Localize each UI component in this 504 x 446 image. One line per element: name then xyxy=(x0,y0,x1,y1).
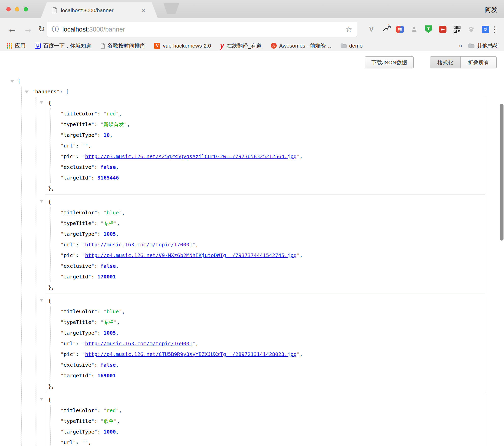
bookmark-item[interactable]: demo xyxy=(341,43,363,49)
translate-pen-icon[interactable]: 英 xyxy=(382,25,389,33)
bookmark-label: demo xyxy=(349,43,363,49)
collapse-triangle-icon[interactable] xyxy=(39,200,44,203)
json-array-item: {"titleColor": "red","typeTitle": "歌单","… xyxy=(45,394,485,446)
bookmark-label: Awesomes - 前端资… xyxy=(279,42,331,49)
json-array-item: {"titleColor": "blue","typeTitle": "专栏",… xyxy=(45,196,485,293)
address-bar[interactable]: ⓘ localhost :3000/banner ☆ xyxy=(47,22,357,37)
json-key: targetType xyxy=(64,330,94,336)
bookmark-item[interactable]: AAwesomes - 前端资… xyxy=(271,42,331,49)
json-property-line: "targetType": 1005, xyxy=(51,229,485,239)
json-value: red xyxy=(107,407,116,413)
browser-tab[interactable]: localhost:3000/banner × xyxy=(41,2,158,18)
json-property-line: "targetId": 170001 xyxy=(51,271,485,282)
collapse-triangle-icon[interactable] xyxy=(39,101,44,104)
json-key: titleColor xyxy=(64,111,94,117)
bookmark-item[interactable]: 应用 xyxy=(7,42,25,49)
bookmark-item[interactable]: Vvue-hackernews-2.0 xyxy=(154,43,211,49)
profile-name[interactable]: 阿发 xyxy=(485,6,497,14)
bookmark-label: 谷歌按时间排序 xyxy=(108,42,145,49)
json-value: false xyxy=(101,263,116,269)
json-property-line: "targetId": 169001 xyxy=(51,370,485,381)
vue-icon: V xyxy=(154,43,160,49)
json-property-line: "typeTitle": "歌单", xyxy=(51,416,485,426)
collapse-all-button[interactable]: 折叠所有 xyxy=(461,57,496,68)
new-tab-button[interactable] xyxy=(163,3,179,14)
json-value: red xyxy=(107,111,116,117)
video-download-icon[interactable]: ▶▶ xyxy=(439,25,446,33)
json-key: targetType xyxy=(64,132,94,138)
bookmark-item[interactable]: 百度一下，你就知道 xyxy=(35,42,91,49)
site-info-icon[interactable]: ⓘ xyxy=(52,25,59,34)
paw-icon[interactable] xyxy=(467,25,475,33)
window-close-button[interactable] xyxy=(6,7,11,11)
json-property-line: "url": "http://music.163.com/m/topic/170… xyxy=(51,239,485,250)
json-property-line: "url": "http://music.163.com/m/topic/169… xyxy=(51,338,485,349)
fe-helper-icon[interactable]: FE xyxy=(396,25,404,33)
bookmark-item[interactable]: 谷歌按时间排序 xyxy=(101,42,145,49)
person-icon[interactable] xyxy=(410,25,418,33)
collapse-triangle-icon[interactable] xyxy=(39,299,44,302)
json-property-line: "titleColor": "red", xyxy=(51,108,485,119)
json-key: targetId xyxy=(64,373,88,379)
format-button[interactable]: 格式化 xyxy=(430,57,461,68)
vertical-scrollbar-thumb[interactable] xyxy=(500,104,503,241)
json-value: 3165446 xyxy=(97,175,119,181)
forward-icon[interactable]: → xyxy=(23,22,33,36)
json-value: false xyxy=(101,164,116,170)
youdao-icon: y xyxy=(220,43,224,49)
json-value: 专栏 xyxy=(104,220,114,226)
window-zoom-button[interactable] xyxy=(24,7,28,11)
page-icon xyxy=(101,43,105,49)
other-bookmarks-label: 其他书签 xyxy=(477,42,498,49)
json-value: false xyxy=(101,362,116,368)
reload-icon[interactable]: ↻ xyxy=(38,22,45,36)
qr-code-icon[interactable] xyxy=(453,25,461,33)
json-key: pic xyxy=(64,351,73,357)
browser-toolbar: ← → ↻ ⓘ localhost :3000/banner ☆ V英FET▶▶… xyxy=(0,18,504,40)
json-key: typeTitle xyxy=(64,319,91,325)
json-link[interactable]: http://music.163.com/m/topic/170001 xyxy=(85,242,192,248)
bookmarks-list: 应用 百度一下，你就知道 谷歌按时间排序Vvue-hackernews-2.0y… xyxy=(7,42,362,49)
json-link[interactable]: http://p4.music.126.net/CTU5B9R9y3XyYBZX… xyxy=(85,351,297,357)
collapse-triangle-icon[interactable] xyxy=(10,80,14,83)
json-link[interactable]: http://p4.music.126.net/V9-MXz6b2MNhEKju… xyxy=(85,252,297,258)
blue-chevrons-icon[interactable] xyxy=(482,25,489,33)
tab-close-icon[interactable]: × xyxy=(141,7,145,14)
bookmarks-right: » 其他书签 xyxy=(459,42,498,49)
json-property-line: "pic": "http://p4.music.126.net/V9-MXz6b… xyxy=(51,250,485,261)
json-property-line: "titleColor": "blue", xyxy=(51,306,485,317)
folder-icon xyxy=(341,43,347,48)
folder-icon xyxy=(468,43,474,48)
json-array-item: {"titleColor": "blue","typeTitle": "专栏",… xyxy=(45,295,485,392)
vimium-v-icon[interactable]: V xyxy=(368,25,375,33)
green-shield-icon[interactable]: T xyxy=(425,25,432,33)
bookmarks-overflow-icon[interactable]: » xyxy=(459,42,462,49)
window-minimize-button[interactable] xyxy=(15,7,19,11)
json-property-line: "typeTitle": "专栏", xyxy=(51,317,485,328)
json-property-line: "exclusive": false, xyxy=(51,360,485,370)
json-property-line: "pic": "http://p3.music.126.net/s25q2x5Q… xyxy=(51,151,485,162)
apps-grid-icon xyxy=(7,43,12,49)
view-mode-group: 格式化 折叠所有 xyxy=(430,56,497,68)
collapse-triangle-icon[interactable] xyxy=(39,398,44,400)
bookmark-star-icon[interactable]: ☆ xyxy=(345,25,352,34)
json-link[interactable]: http://p3.music.126.net/s25q2x5QyqsAzilC… xyxy=(85,153,297,159)
json-property-line: "targetType": 1005, xyxy=(51,328,485,338)
json-link[interactable]: http://music.163.com/m/topic/169001 xyxy=(85,340,192,347)
download-json-button[interactable]: 下载JSON数据 xyxy=(365,56,414,68)
back-icon[interactable]: ← xyxy=(8,22,17,36)
json-value: 170001 xyxy=(97,274,116,280)
json-value: blue xyxy=(107,210,119,216)
baidu-paw-icon xyxy=(35,43,41,49)
bookmark-item[interactable]: y在线翻译_有道 xyxy=(220,42,262,49)
json-key: banners xyxy=(35,88,57,95)
bookmark-label: 在线翻译_有道 xyxy=(227,42,262,49)
json-root-line: { xyxy=(0,76,504,86)
json-banners-line: "banners": [ xyxy=(22,86,504,97)
other-bookmarks-folder[interactable]: 其他书签 xyxy=(468,42,498,49)
json-value: blue xyxy=(107,308,119,315)
json-viewer-page: 下载JSON数据 格式化 折叠所有 {"banners": [{"titleCo… xyxy=(0,51,504,421)
collapse-triangle-icon[interactable] xyxy=(25,91,29,93)
browser-menu-icon[interactable]: ⋮ xyxy=(491,25,498,34)
bookmarks-bar: 应用 百度一下，你就知道 谷歌按时间排序Vvue-hackernews-2.0y… xyxy=(0,40,504,51)
